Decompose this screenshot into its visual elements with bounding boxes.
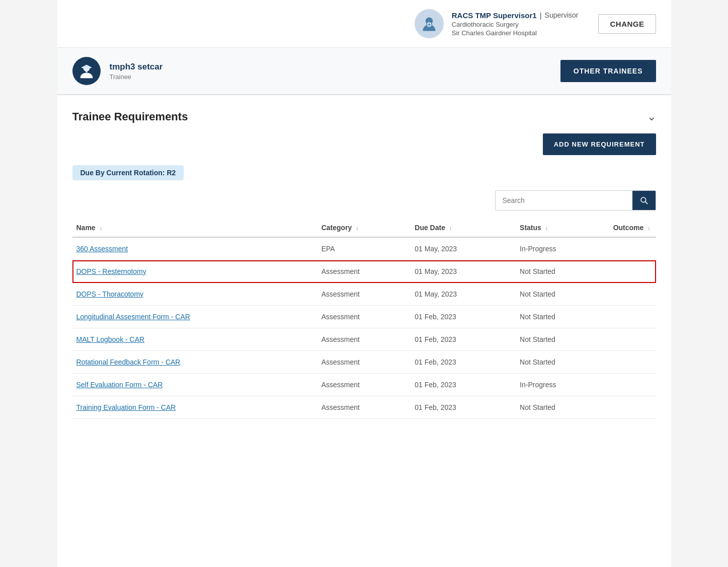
supervisor-avatar	[415, 9, 444, 38]
change-button[interactable]: CHANGE	[598, 14, 656, 34]
col-header-name: Name ↕	[72, 219, 317, 237]
svg-marker-5	[81, 65, 92, 70]
trainee-banner: tmph3 setcar Trainee OTHER TRAINEES	[57, 48, 671, 95]
top-header: RACS TMP Supervisor1 | SupervisorCardiot…	[57, 0, 671, 48]
table-row: 360 AssessmentEPA01 May, 2023In-Progress	[72, 237, 656, 260]
requirements-table: Name ↕ Category ↕ Due Date ↕ Status ↕	[72, 219, 656, 419]
add-requirement-button[interactable]: ADD NEW REQUIREMENT	[543, 133, 656, 155]
requirement-outcome	[609, 306, 656, 328]
trainee-avatar	[72, 57, 101, 85]
requirement-due-date: 01 Feb, 2023	[411, 351, 516, 374]
requirement-link[interactable]: MALT Logbook - CAR	[76, 335, 145, 343]
col-header-category: Category ↕	[317, 219, 411, 237]
requirement-outcome	[609, 283, 656, 306]
search-input[interactable]	[496, 191, 632, 210]
search-row	[72, 190, 656, 210]
requirement-due-date: 01 Feb, 2023	[411, 374, 516, 396]
search-icon	[639, 196, 649, 205]
requirement-category: Assessment	[317, 306, 411, 328]
requirement-status: Not Started	[516, 283, 609, 306]
requirement-due-date: 01 May, 2023	[411, 283, 516, 306]
requirement-due-date: 01 May, 2023	[411, 237, 516, 260]
table-row: MALT Logbook - CARAssessment01 Feb, 2023…	[72, 328, 656, 351]
requirement-due-date: 01 May, 2023	[411, 260, 516, 283]
supervisor-name: RACS TMP Supervisor1	[452, 11, 537, 20]
requirement-status: Not Started	[516, 260, 609, 283]
table-row: DOPS - ResternotomyAssessment01 May, 202…	[72, 260, 656, 283]
collapse-chevron-icon[interactable]: ⌄	[647, 110, 656, 123]
table-header-row: Name ↕ Category ↕ Due Date ↕ Status ↕	[72, 219, 656, 237]
category-sort-icon[interactable]: ↕	[356, 225, 359, 231]
requirement-category: Assessment	[317, 396, 411, 419]
trainee-left: tmph3 setcar Trainee	[72, 57, 163, 85]
name-sort-icon[interactable]: ↕	[100, 225, 103, 231]
requirement-link[interactable]: DOPS - Resternotomy	[76, 267, 146, 275]
svg-rect-6	[86, 69, 88, 72]
requirement-link[interactable]: DOPS - Thoracotomy	[76, 290, 144, 298]
requirement-due-date: 01 Feb, 2023	[411, 328, 516, 351]
requirements-title: Trainee Requirements	[72, 110, 188, 123]
table-row: DOPS - ThoracotomyAssessment01 May, 2023…	[72, 283, 656, 306]
main-content: Trainee Requirements ⌄ ADD NEW REQUIREME…	[57, 95, 671, 429]
table-row: Rotational Feedback Form - CARAssessment…	[72, 351, 656, 374]
requirement-outcome	[609, 328, 656, 351]
trainee-name: tmph3 setcar	[110, 62, 163, 72]
table-row: Training Evaluation Form - CARAssessment…	[72, 396, 656, 419]
requirement-category: Assessment	[317, 374, 411, 396]
requirement-outcome	[609, 260, 656, 283]
requirement-link[interactable]: 360 Assessment	[76, 245, 128, 253]
requirement-category: EPA	[317, 237, 411, 260]
table-row: Self Evaluation Form - CARAssessment01 F…	[72, 374, 656, 396]
status-sort-icon[interactable]: ↕	[545, 225, 548, 231]
search-container	[495, 190, 656, 210]
due-by-badge: Due By Current Rotation: R2	[72, 165, 184, 180]
requirement-due-date: 01 Feb, 2023	[411, 396, 516, 419]
requirement-status: Not Started	[516, 351, 609, 374]
trainee-info: tmph3 setcar Trainee	[110, 62, 163, 81]
requirement-due-date: 01 Feb, 2023	[411, 306, 516, 328]
requirement-outcome	[609, 237, 656, 260]
supervisor-info: RACS TMP Supervisor1 | SupervisorCardiot…	[415, 9, 656, 38]
trainee-role: Trainee	[110, 73, 163, 81]
requirement-status: In-Progress	[516, 237, 609, 260]
due-date-sort-icon[interactable]: ↕	[449, 225, 452, 231]
requirement-category: Assessment	[317, 351, 411, 374]
col-header-status: Status ↕	[516, 219, 609, 237]
col-header-due-date: Due Date ↕	[411, 219, 516, 237]
add-requirement-row: ADD NEW REQUIREMENT	[72, 133, 656, 155]
requirement-link[interactable]: Training Evaluation Form - CAR	[76, 403, 176, 411]
requirement-category: Assessment	[317, 328, 411, 351]
requirement-status: Not Started	[516, 328, 609, 351]
requirement-outcome	[609, 351, 656, 374]
col-header-outcome: Outcome ↕	[609, 219, 656, 237]
svg-line-8	[645, 202, 647, 204]
requirement-link[interactable]: Longitudinal Assesment Form - CAR	[76, 313, 190, 321]
supervisor-details: RACS TMP Supervisor1 | SupervisorCardiot…	[452, 11, 579, 37]
supervisor-role: Supervisor	[545, 11, 579, 19]
outcome-sort-icon[interactable]: ↕	[648, 225, 651, 231]
requirement-link[interactable]: Rotational Feedback Form - CAR	[76, 358, 181, 366]
requirement-status: In-Progress	[516, 374, 609, 396]
requirement-outcome	[609, 396, 656, 419]
requirement-outcome	[609, 374, 656, 396]
requirement-link[interactable]: Self Evaluation Form - CAR	[76, 381, 163, 389]
requirements-header: Trainee Requirements ⌄	[72, 110, 656, 123]
table-row: Longitudinal Assesment Form - CARAssessm…	[72, 306, 656, 328]
requirement-status: Not Started	[516, 306, 609, 328]
search-button[interactable]	[632, 191, 656, 210]
requirement-category: Assessment	[317, 260, 411, 283]
other-trainees-button[interactable]: OTHER TRAINEES	[560, 60, 656, 82]
requirement-category: Assessment	[317, 283, 411, 306]
requirement-status: Not Started	[516, 396, 609, 419]
